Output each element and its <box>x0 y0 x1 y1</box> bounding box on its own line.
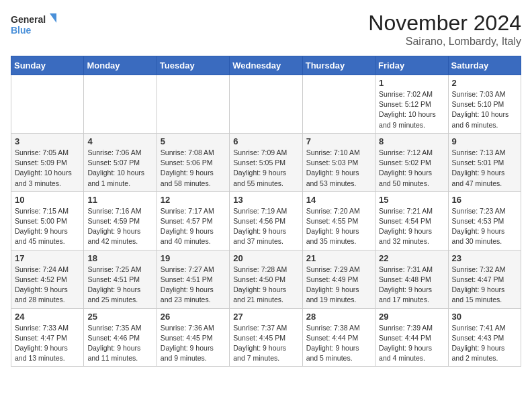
day-info: Sunrise: 7:29 AM Sunset: 4:49 PM Dayligh… <box>306 265 371 306</box>
calendar-cell: 17Sunrise: 7:24 AM Sunset: 4:52 PM Dayli… <box>11 250 84 308</box>
day-number: 28 <box>306 312 371 322</box>
day-number: 22 <box>379 253 444 263</box>
day-info: Sunrise: 7:15 AM Sunset: 5:00 PM Dayligh… <box>15 206 80 247</box>
day-info: Sunrise: 7:23 AM Sunset: 4:53 PM Dayligh… <box>452 206 517 247</box>
calendar-cell: 1Sunrise: 7:02 AM Sunset: 5:12 PM Daylig… <box>375 75 448 134</box>
day-info: Sunrise: 7:09 AM Sunset: 5:05 PM Dayligh… <box>233 148 298 189</box>
calendar-cell: 11Sunrise: 7:16 AM Sunset: 4:59 PM Dayli… <box>84 191 157 250</box>
weekday-header-tuesday: Tuesday <box>157 56 229 75</box>
day-number: 3 <box>15 136 80 146</box>
day-number: 18 <box>87 253 152 263</box>
day-info: Sunrise: 7:03 AM Sunset: 5:10 PM Dayligh… <box>452 89 517 130</box>
calendar-cell: 21Sunrise: 7:29 AM Sunset: 4:49 PM Dayli… <box>302 250 375 308</box>
calendar-cell: 7Sunrise: 7:10 AM Sunset: 5:03 PM Daylig… <box>302 133 375 191</box>
weekday-header-sunday: Sunday <box>11 56 84 75</box>
day-number: 13 <box>233 195 298 205</box>
day-number: 12 <box>161 195 226 205</box>
day-number: 17 <box>15 253 80 263</box>
weekday-header-friday: Friday <box>375 56 448 75</box>
day-info: Sunrise: 7:12 AM Sunset: 5:02 PM Dayligh… <box>379 148 444 189</box>
day-info: Sunrise: 7:33 AM Sunset: 4:47 PM Dayligh… <box>15 323 80 364</box>
weekday-header-saturday: Saturday <box>448 56 521 75</box>
day-number: 4 <box>87 136 152 146</box>
calendar-cell: 27Sunrise: 7:37 AM Sunset: 4:45 PM Dayli… <box>230 308 302 367</box>
day-number: 20 <box>233 253 298 263</box>
calendar-cell: 12Sunrise: 7:17 AM Sunset: 4:57 PM Dayli… <box>157 191 229 250</box>
calendar-cell: 14Sunrise: 7:20 AM Sunset: 4:55 PM Dayli… <box>302 191 375 250</box>
day-number: 11 <box>87 195 152 205</box>
day-info: Sunrise: 7:24 AM Sunset: 4:52 PM Dayligh… <box>15 265 80 306</box>
calendar-cell: 6Sunrise: 7:09 AM Sunset: 5:05 PM Daylig… <box>230 133 302 191</box>
day-info: Sunrise: 7:13 AM Sunset: 5:01 PM Dayligh… <box>452 148 517 189</box>
calendar-cell <box>302 75 375 134</box>
day-number: 30 <box>452 312 517 322</box>
day-number: 10 <box>15 195 80 205</box>
svg-text:Blue: Blue <box>11 25 32 36</box>
day-info: Sunrise: 7:17 AM Sunset: 4:57 PM Dayligh… <box>161 206 226 247</box>
svg-marker-2 <box>50 13 56 23</box>
calendar-cell: 2Sunrise: 7:03 AM Sunset: 5:10 PM Daylig… <box>448 75 521 134</box>
weekday-header-row: SundayMondayTuesdayWednesdayThursdayFrid… <box>11 56 521 75</box>
calendar-cell: 16Sunrise: 7:23 AM Sunset: 4:53 PM Dayli… <box>448 191 521 250</box>
page-header: General Blue November 2024 Sairano, Lomb… <box>11 11 521 48</box>
calendar-cell: 26Sunrise: 7:36 AM Sunset: 4:45 PM Dayli… <box>157 308 229 367</box>
day-info: Sunrise: 7:10 AM Sunset: 5:03 PM Dayligh… <box>306 148 371 189</box>
calendar-cell <box>11 75 84 134</box>
day-info: Sunrise: 7:27 AM Sunset: 4:51 PM Dayligh… <box>161 265 226 306</box>
calendar-cell <box>230 75 302 134</box>
day-info: Sunrise: 7:21 AM Sunset: 4:54 PM Dayligh… <box>379 206 444 247</box>
day-number: 7 <box>306 136 371 146</box>
day-number: 14 <box>306 195 371 205</box>
calendar-cell: 19Sunrise: 7:27 AM Sunset: 4:51 PM Dayli… <box>157 250 229 308</box>
calendar-cell: 28Sunrise: 7:38 AM Sunset: 4:44 PM Dayli… <box>302 308 375 367</box>
calendar-cell: 13Sunrise: 7:19 AM Sunset: 4:56 PM Dayli… <box>230 191 302 250</box>
calendar-cell: 20Sunrise: 7:28 AM Sunset: 4:50 PM Dayli… <box>230 250 302 308</box>
day-info: Sunrise: 7:36 AM Sunset: 4:45 PM Dayligh… <box>161 323 226 364</box>
weekday-header-monday: Monday <box>84 56 157 75</box>
day-info: Sunrise: 7:06 AM Sunset: 5:07 PM Dayligh… <box>87 148 152 189</box>
calendar-cell: 8Sunrise: 7:12 AM Sunset: 5:02 PM Daylig… <box>375 133 448 191</box>
calendar-cell <box>84 75 157 134</box>
calendar-week-row: 17Sunrise: 7:24 AM Sunset: 4:52 PM Dayli… <box>11 250 521 308</box>
day-number: 1 <box>379 78 444 88</box>
day-info: Sunrise: 7:08 AM Sunset: 5:06 PM Dayligh… <box>161 148 226 189</box>
day-info: Sunrise: 7:39 AM Sunset: 4:44 PM Dayligh… <box>379 323 444 364</box>
calendar-table: SundayMondayTuesdayWednesdayThursdayFrid… <box>11 56 521 367</box>
calendar-week-row: 1Sunrise: 7:02 AM Sunset: 5:12 PM Daylig… <box>11 75 521 134</box>
svg-text:General: General <box>11 14 46 25</box>
day-info: Sunrise: 7:32 AM Sunset: 4:47 PM Dayligh… <box>452 265 517 306</box>
day-number: 16 <box>452 195 517 205</box>
day-number: 23 <box>452 253 517 263</box>
day-info: Sunrise: 7:05 AM Sunset: 5:09 PM Dayligh… <box>15 148 80 189</box>
logo: General Blue <box>11 11 58 40</box>
day-number: 6 <box>233 136 298 146</box>
day-number: 5 <box>161 136 226 146</box>
day-info: Sunrise: 7:02 AM Sunset: 5:12 PM Dayligh… <box>379 89 444 130</box>
calendar-cell: 4Sunrise: 7:06 AM Sunset: 5:07 PM Daylig… <box>84 133 157 191</box>
day-info: Sunrise: 7:41 AM Sunset: 4:43 PM Dayligh… <box>452 323 517 364</box>
calendar-cell: 30Sunrise: 7:41 AM Sunset: 4:43 PM Dayli… <box>448 308 521 367</box>
calendar-cell: 25Sunrise: 7:35 AM Sunset: 4:46 PM Dayli… <box>84 308 157 367</box>
day-number: 24 <box>15 312 80 322</box>
calendar-week-row: 24Sunrise: 7:33 AM Sunset: 4:47 PM Dayli… <box>11 308 521 367</box>
calendar-cell: 23Sunrise: 7:32 AM Sunset: 4:47 PM Dayli… <box>448 250 521 308</box>
calendar-cell: 9Sunrise: 7:13 AM Sunset: 5:01 PM Daylig… <box>448 133 521 191</box>
calendar-cell: 10Sunrise: 7:15 AM Sunset: 5:00 PM Dayli… <box>11 191 84 250</box>
calendar-week-row: 10Sunrise: 7:15 AM Sunset: 5:00 PM Dayli… <box>11 191 521 250</box>
day-info: Sunrise: 7:19 AM Sunset: 4:56 PM Dayligh… <box>233 206 298 247</box>
day-number: 15 <box>379 195 444 205</box>
calendar-week-row: 3Sunrise: 7:05 AM Sunset: 5:09 PM Daylig… <box>11 133 521 191</box>
calendar-cell: 22Sunrise: 7:31 AM Sunset: 4:48 PM Dayli… <box>375 250 448 308</box>
day-info: Sunrise: 7:16 AM Sunset: 4:59 PM Dayligh… <box>87 206 152 247</box>
day-number: 26 <box>161 312 226 322</box>
day-info: Sunrise: 7:25 AM Sunset: 4:51 PM Dayligh… <box>87 265 152 306</box>
location-subtitle: Sairano, Lombardy, Italy <box>368 36 521 48</box>
calendar-cell: 18Sunrise: 7:25 AM Sunset: 4:51 PM Dayli… <box>84 250 157 308</box>
day-number: 25 <box>87 312 152 322</box>
weekday-header-wednesday: Wednesday <box>230 56 302 75</box>
day-number: 27 <box>233 312 298 322</box>
day-info: Sunrise: 7:31 AM Sunset: 4:48 PM Dayligh… <box>379 265 444 306</box>
day-number: 29 <box>379 312 444 322</box>
day-info: Sunrise: 7:20 AM Sunset: 4:55 PM Dayligh… <box>306 206 371 247</box>
day-info: Sunrise: 7:35 AM Sunset: 4:46 PM Dayligh… <box>87 323 152 364</box>
